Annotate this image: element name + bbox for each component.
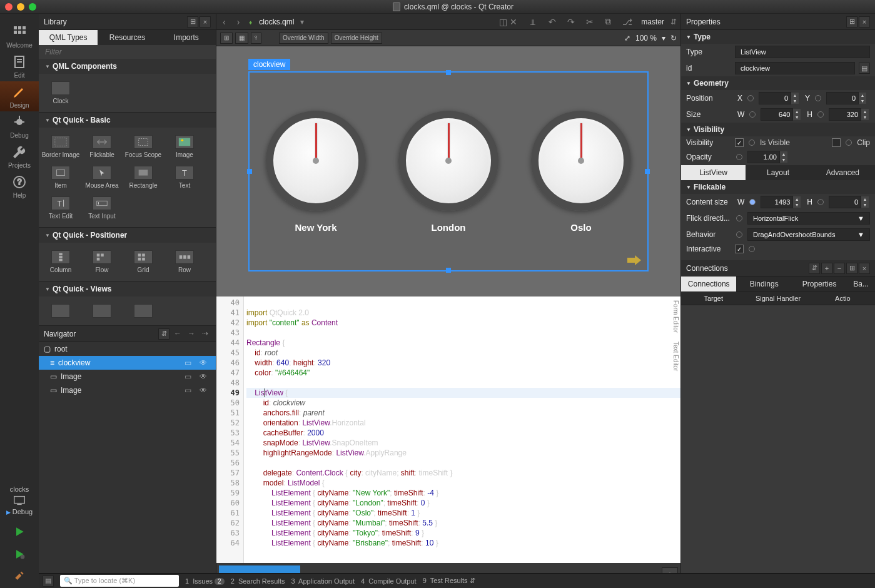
prop-tab-listview[interactable]: ListView: [681, 165, 746, 180]
locator-search-results[interactable]: 2 Search Results: [231, 577, 285, 585]
libitem-view3[interactable]: [123, 300, 164, 322]
group-qt-quick-positioner[interactable]: Qt Quick - Positioner: [39, 228, 216, 243]
nav-next-button[interactable]: ›: [235, 16, 243, 28]
group-qt-quick-basic[interactable]: Qt Quick - Basic: [39, 113, 216, 128]
libitem-grid[interactable]: Grid: [123, 246, 164, 277]
checkbox-visible[interactable]: ✓: [735, 138, 744, 147]
zoom-actual-button[interactable]: ⤢: [624, 34, 630, 43]
conn-tab-properties[interactable]: Properties: [792, 276, 847, 291]
nav-back-button[interactable]: ←: [172, 328, 183, 338]
tab-resources[interactable]: Resources: [98, 30, 156, 45]
form-editor-tab[interactable]: Form Editor: [672, 300, 679, 333]
nav-node-root[interactable]: ▢ root: [39, 342, 216, 356]
group-qt-quick-views[interactable]: Qt Quick - Views: [39, 281, 216, 297]
checkbox-interactive[interactable]: ✓: [735, 245, 744, 253]
export-icon[interactable]: ▭: [185, 358, 196, 367]
zoom-level[interactable]: 100 %: [635, 34, 657, 43]
mode-projects[interactable]: Projects: [0, 141, 39, 171]
bounds-button[interactable]: ▦: [235, 33, 248, 44]
breadcrumb-file[interactable]: clocks.qml: [259, 18, 294, 26]
cut-button[interactable]: ✂: [584, 16, 596, 28]
conn-tab-backends[interactable]: Ba...: [847, 276, 875, 291]
design-canvas[interactable]: clockview New York London: [216, 46, 680, 297]
visibility-icon[interactable]: 👁: [200, 372, 211, 381]
merge-button[interactable]: ⫫: [526, 16, 540, 28]
redo-button[interactable]: ↷: [565, 16, 577, 28]
minimize-window[interactable]: [17, 3, 24, 11]
id-extra-button[interactable]: ▤: [859, 63, 870, 74]
field-behavior[interactable]: DragAndOvershootBounds▼: [747, 228, 870, 241]
run-button[interactable]: [0, 520, 39, 543]
section-type[interactable]: Type: [681, 30, 875, 44]
nav-node-image1[interactable]: ▭ Image ▭👁: [39, 370, 216, 383]
locator-toggle-button[interactable]: ▤: [43, 575, 54, 587]
zoom-fit-button[interactable]: ▾: [662, 34, 665, 43]
libitem-focus-scope[interactable]: Focus Scope: [123, 131, 164, 162]
libitem-text-edit[interactable]: TText Edit: [40, 193, 81, 223]
tab-imports[interactable]: Imports: [157, 30, 216, 45]
libitem-column[interactable]: Column: [40, 246, 81, 277]
libitem-view1[interactable]: [40, 300, 81, 322]
field-x[interactable]: [759, 92, 791, 104]
undo-button[interactable]: ↶: [546, 16, 559, 28]
mode-debug[interactable]: Debug: [0, 111, 39, 141]
close-window[interactable]: [5, 3, 13, 11]
locator-issues[interactable]: 1 Issues 2: [185, 577, 225, 585]
section-flickable[interactable]: Flickable: [681, 180, 875, 194]
remove-connection-button[interactable]: −: [834, 263, 845, 274]
field-width[interactable]: [761, 108, 793, 121]
code-content[interactable]: import QtQuick 2.0import "content" as Co…: [216, 297, 680, 548]
mode-edit[interactable]: Edit: [0, 51, 39, 81]
split-button[interactable]: ⊞: [846, 263, 857, 274]
anchors-button[interactable]: ⫯: [251, 33, 261, 44]
conn-tab-bindings[interactable]: Bindings: [736, 276, 791, 291]
override-width-button[interactable]: Override Width: [279, 33, 328, 44]
mode-welcome[interactable]: Welcome: [0, 21, 39, 51]
checkbox-clip[interactable]: [832, 138, 841, 147]
canvas-selection[interactable]: clockview New York London: [248, 71, 649, 271]
split-close-button[interactable]: ◫ ✕: [497, 16, 520, 28]
field-height[interactable]: [829, 108, 861, 121]
snap-button[interactable]: ⊞: [220, 33, 233, 44]
kit-selector[interactable]: clocks ▶ Debug: [0, 480, 39, 520]
copy-button[interactable]: ⧉: [602, 15, 614, 28]
mode-design[interactable]: Design: [0, 81, 39, 111]
text-editor-tab[interactable]: Text Editor: [672, 342, 679, 371]
libitem-flow[interactable]: Flow: [81, 246, 123, 277]
maximize-window[interactable]: [29, 3, 36, 11]
override-height-button[interactable]: Override Height: [331, 33, 382, 44]
field-y[interactable]: [826, 92, 859, 104]
field-type[interactable]: ListView: [735, 46, 870, 58]
tab-qml-types[interactable]: QML Types: [39, 30, 98, 45]
nav-node-clockview[interactable]: ≡ clockview ▭👁: [39, 356, 216, 370]
section-geometry[interactable]: Geometry: [681, 76, 875, 90]
add-connection-button[interactable]: +: [821, 263, 832, 274]
field-flick-direction[interactable]: HorizontalFlick▼: [747, 212, 870, 225]
locator-app-output[interactable]: 3 Application Output: [291, 577, 355, 585]
connections-body[interactable]: [681, 305, 875, 588]
split-button[interactable]: ⊞: [846, 16, 857, 28]
reset-button[interactable]: ↻: [670, 34, 677, 43]
nav-step-button[interactable]: ⇢: [200, 328, 211, 338]
libitem-item[interactable]: Item: [40, 162, 81, 193]
run-debug-button[interactable]: [0, 543, 39, 565]
nav-menu-button[interactable]: ⇵: [158, 328, 169, 340]
conn-tab-connections[interactable]: Connections: [681, 276, 736, 291]
libitem-view2[interactable]: [81, 300, 123, 322]
libitem-mouse-area[interactable]: Mouse Area: [81, 162, 123, 193]
libitem-text[interactable]: TText: [164, 162, 205, 193]
split-button[interactable]: ⊞: [187, 16, 198, 28]
close-panel-button[interactable]: ×: [859, 263, 870, 274]
field-content-w[interactable]: [761, 196, 793, 208]
export-icon[interactable]: ▭: [185, 372, 196, 381]
library-filter-input[interactable]: [39, 45, 216, 59]
nav-forward-button[interactable]: →: [186, 328, 197, 338]
libitem-image[interactable]: Image: [164, 131, 205, 162]
export-icon[interactable]: ▭: [185, 386, 196, 395]
visibility-icon[interactable]: 👁: [200, 358, 211, 367]
field-content-h[interactable]: [829, 196, 861, 208]
section-visibility[interactable]: Visibility: [681, 123, 875, 136]
mode-help[interactable]: ? Help: [0, 171, 39, 201]
build-button[interactable]: [0, 565, 39, 588]
window-controls[interactable]: [5, 3, 36, 11]
